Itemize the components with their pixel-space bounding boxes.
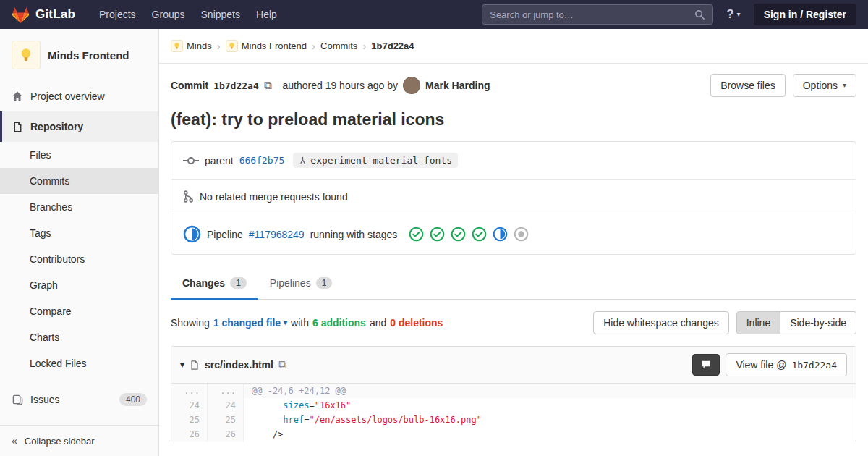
stage-success-icon[interactable] [472,227,487,242]
toggle-comments-button[interactable] [692,354,720,376]
code-line: sizes="16x16" [244,398,856,413]
stage-running-icon[interactable] [493,227,508,242]
signin-register-button[interactable]: Sign in / Register [754,4,856,25]
breadcrumb: Minds › Minds Frontend › Commits › 1b7d2… [159,29,868,64]
sidebar-item-label: Issues [30,394,59,405]
author-name[interactable]: Mark Harding [425,80,490,91]
sidebar-item-label: Repository [30,121,83,132]
sidebar-item-issues[interactable]: Issues 400 [0,384,158,415]
browse-files-button[interactable]: Browse files [710,74,785,97]
sidebar-item-commits[interactable]: Commits [0,168,158,194]
author-avatar[interactable] [403,77,420,94]
changed-files-dropdown[interactable]: 1 changed file ▾ [213,317,287,329]
indent [252,415,283,425]
top-navbar: GitLab Projects Groups Snippets Help ? ▾… [0,0,868,29]
sidebar-item-project-overview[interactable]: Project overview [0,81,158,111]
collapse-sidebar-button[interactable]: « Collapse sidebar [0,425,158,456]
search-icon [694,9,705,20]
pipeline-mini-graph [409,227,529,242]
chevron-right-icon: › [217,40,221,52]
stage-success-icon[interactable] [430,227,445,242]
project-avatar-small [226,40,238,52]
pipeline-row: Pipeline #117968249 running with stages [171,214,856,254]
bulb-icon [228,42,236,50]
parent-sha-link[interactable]: 666f2b75 [239,155,285,166]
parent-label: parent [205,155,234,166]
copy-commit-sha-icon[interactable]: ⧉ [264,79,272,92]
nav-projects[interactable]: Projects [91,1,144,28]
old-line-number[interactable]: 24 [171,398,208,413]
authored-text: authored 19 hours ago by [282,80,398,91]
showing-label: Showing [171,317,210,329]
side-by-side-view-button[interactable]: Side-by-side [780,311,856,334]
tab-changes[interactable]: Changes 1 [171,268,258,300]
issues-icon [12,394,23,405]
sidebar-item-tags[interactable]: Tags [0,220,158,246]
stage-created-icon[interactable] [514,227,529,242]
indent [252,429,273,439]
tab-label: Changes [182,277,225,289]
diff-stats-bar: Showing 1 changed file ▾ with 6 addition… [171,311,856,334]
help-menu[interactable]: ? ▾ [726,7,740,22]
diff-file-actions: View file @ 1b7d22a4 [692,353,847,376]
diff-line: 24 24 sizes="16x16" [171,398,856,413]
nav-snippets[interactable]: Snippets [193,1,248,28]
old-line-number[interactable]: 26 [171,427,208,442]
options-button[interactable]: Options ▾ [793,74,856,97]
stage-success-icon[interactable] [451,227,466,242]
with-label: with [291,317,309,329]
diff-file-path[interactable]: src/index.html [205,359,273,371]
main-content: Minds › Minds Frontend › Commits › 1b7d2… [159,29,868,456]
branch-name: experiment-material-fonts [310,155,452,166]
stage-success-icon[interactable] [409,227,424,242]
branch-ref-pill[interactable]: experiment-material-fonts [293,153,458,168]
sidebar-item-compare[interactable]: Compare [0,298,158,324]
inline-view-button[interactable]: Inline [736,311,780,334]
new-line-number[interactable]: 26 [208,427,244,442]
old-line-number[interactable]: 25 [171,413,208,427]
sidebar-item-files[interactable]: Files [0,142,158,168]
hide-whitespace-button[interactable]: Hide whitespace changes [593,311,729,334]
search-input[interactable] [490,9,689,20]
project-context[interactable]: Minds Frontend [0,29,158,81]
sidebar-item-branches[interactable]: Branches [0,194,158,220]
view-file-button[interactable]: View file @ 1b7d22a4 [726,353,847,376]
commit-meta-row: Commit 1b7d22a4 ⧉ authored 19 hours ago … [171,74,856,97]
sidebar-item-charts[interactable]: Charts [0,324,158,350]
commit-title: (feat): try to preload material icons [171,110,856,130]
chevron-right-icon: › [312,40,315,52]
breadcrumb-commits[interactable]: Commits [320,41,357,51]
merge-request-icon [183,190,194,203]
and-label: and [370,317,386,329]
sidebar-item-repository[interactable]: Repository [0,111,158,142]
expand-up-cell[interactable]: ... [171,384,208,398]
punct-token: = [304,415,309,425]
tanuki-icon [12,6,30,24]
tab-pipelines[interactable]: Pipelines 1 [258,268,344,300]
tab-label: Pipelines [270,277,311,289]
sidebar-item-graph[interactable]: Graph [0,272,158,298]
issues-count-badge: 400 [119,393,147,406]
sidebar-item-locked-files[interactable]: Locked Files [0,350,158,376]
global-search[interactable] [482,4,713,25]
deletions-count: 0 deletions [390,317,443,329]
chevron-down-icon: ▾ [284,319,287,326]
new-line-number[interactable]: 25 [208,413,244,427]
copy-file-path-icon[interactable]: ⧉ [278,358,286,371]
commit-sha: 1b7d22a4 [213,80,259,91]
gitlab-logo[interactable]: GitLab [12,6,75,24]
pipeline-id-link[interactable]: #117968249 [249,229,305,240]
sidebar-item-contributors[interactable]: Contributors [0,246,158,272]
changed-files-label: 1 changed file [213,317,281,329]
expand-up-cell[interactable]: ... [208,384,244,398]
repository-icon [12,121,23,132]
pipeline-running-icon[interactable] [183,225,201,243]
breadcrumb-group[interactable]: Minds [171,40,212,52]
nav-groups[interactable]: Groups [144,1,193,28]
collapse-diff-icon[interactable]: ▾ [180,360,184,370]
breadcrumb-project[interactable]: Minds Frontend [226,40,307,52]
nav-help[interactable]: Help [248,1,285,28]
new-line-number[interactable]: 24 [208,398,244,413]
commit-icon [183,156,199,166]
commit-label: Commit [171,80,208,91]
